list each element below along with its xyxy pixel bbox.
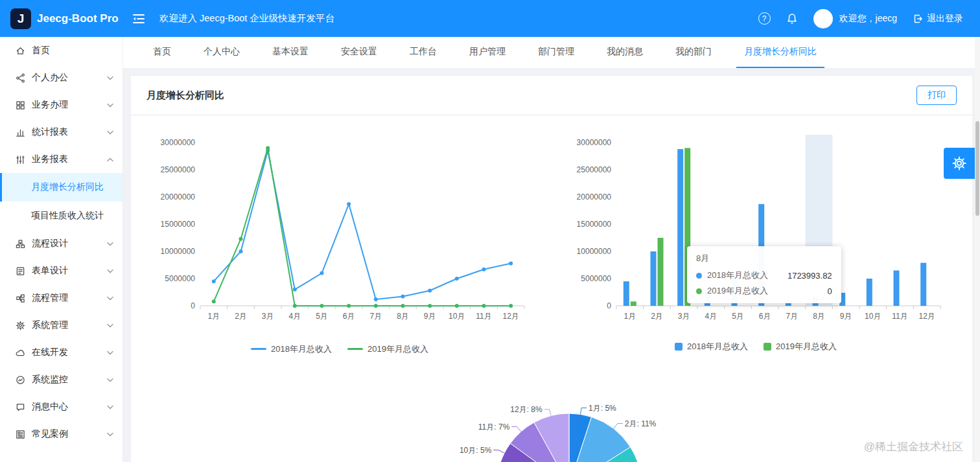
svg-text:7月: 7月 [786,312,798,321]
legend-marker [251,348,266,350]
svg-text:0: 0 [607,301,611,310]
sidebar-item-0[interactable]: 首页 [0,37,122,64]
sidebar-item-label: 在线开发 [32,347,68,358]
svg-text:30000000: 30000000 [577,138,612,147]
cluster-icon [16,239,25,249]
svg-text:9月: 9月 [424,312,436,321]
sidebar-item-11[interactable]: 消息中心 [0,393,122,421]
svg-text:1月: 1月 [207,312,220,321]
svg-text:12月: 12月 [503,312,519,321]
svg-text:30000000: 30000000 [161,138,196,147]
legend-item[interactable]: 2019年月总收入 [764,341,837,352]
line-chart[interactable]: 0500000010000000150000002000000025000000… [139,131,541,355]
print-button[interactable]: 打印 [916,86,957,105]
tab-0[interactable]: 首页 [145,37,179,68]
sidebar-item-8[interactable]: 系统管理 [0,312,122,339]
content-area: 月度增长分析同比 打印 0500000010000000150000002000… [123,68,980,462]
user-menu[interactable]: 欢迎您，jeecg [813,9,897,29]
svg-text:8月: 8月 [397,312,409,321]
pie-chart[interactable]: 1月: 5%2月: 11%10月: 5%11月: 7%12月: 8% [389,398,752,462]
legend-label: 2018年月总收入 [687,341,748,352]
sidebar-item-4[interactable]: 业务报表 [0,146,122,173]
sidebar-subitem-4-0[interactable]: 月度增长分析同比 [0,173,122,202]
tab-4[interactable]: 工作台 [402,37,445,68]
scrollbar-track[interactable] [975,37,980,462]
bar-chart[interactable]: 0500000010000000150000002000000025000000… [555,131,957,355]
chevron-down-icon [107,242,113,246]
svg-text:5月: 5月 [732,312,744,321]
sidebar-item-label: 统计报表 [32,126,68,138]
tab-1[interactable]: 个人中心 [196,37,248,68]
svg-text:5000000: 5000000 [165,274,195,283]
svg-text:20000000: 20000000 [577,192,612,202]
sidebar-item-12[interactable]: 常见案例 [0,421,122,448]
chevron-down-icon [107,432,113,437]
tab-label: 工作台 [410,46,437,58]
chevron-down-icon [107,269,113,273]
tab-5[interactable]: 用户管理 [461,37,513,68]
form-icon [16,266,25,276]
logout-button[interactable]: 退出登录 [913,13,963,25]
chevron-down-icon [107,378,113,382]
sidebar-item-10[interactable]: 系统监控 [0,366,122,393]
sidebar-item-7[interactable]: 流程管理 [0,284,122,312]
flow-icon [16,294,25,303]
tab-label: 月度增长分析同比 [744,46,817,58]
help-icon[interactable]: ? [758,12,771,25]
bell-icon[interactable] [786,13,798,25]
menu-fold-icon[interactable] [132,13,145,25]
chevron-down-icon [107,405,113,410]
tab-label: 个人中心 [204,46,240,58]
sidebar-subitem-4-1[interactable]: 项目性质收入统计 [0,202,122,230]
chevron-up-icon [107,157,113,162]
legend-item[interactable]: 2018年月总收入 [675,341,748,352]
sidebar-item-label: 消息中心 [32,401,68,413]
sidebar-item-9[interactable]: 在线开发 [0,339,122,366]
tab-2[interactable]: 基本设置 [264,37,316,68]
svg-text:11月: 11月 [892,312,907,321]
svg-text:4月: 4月 [288,312,301,321]
svg-text:6月: 6月 [343,312,355,321]
svg-text:10月: 5%: 10月: 5% [460,445,492,454]
logout-icon [913,14,923,24]
tab-7[interactable]: 我的消息 [599,37,651,68]
sidebar-item-5[interactable]: 流程设计 [0,230,122,257]
svg-text:10月: 10月 [449,312,465,321]
legend-item[interactable]: 2019年月总收入 [347,343,428,355]
sidebar-item-1[interactable]: 个人办公 [0,64,122,91]
tab-8[interactable]: 我的部门 [668,37,719,68]
sidebar-item-label: 系统监控 [32,374,68,386]
sidebar-item-3[interactable]: 统计报表 [0,119,122,146]
tab-3[interactable]: 安全设置 [333,37,385,68]
svg-text:3月: 3月 [678,312,690,321]
cloud-icon [16,348,25,358]
svg-text:11月: 7%: 11月: 7% [478,422,510,431]
svg-text:2月: 11%: 2月: 11% [625,419,657,428]
legend-marker [347,348,363,350]
scrollbar-thumb[interactable] [975,121,979,216]
avatar[interactable] [813,9,833,29]
tab-label: 基本设置 [272,46,309,58]
tooltip-value: 0 [813,286,832,296]
theme-settings-button[interactable] [944,148,975,179]
tab-9[interactable]: 月度增长分析同比 [736,37,824,68]
legend-item[interactable]: 2018年月总收入 [251,343,332,355]
tab-label: 部门管理 [538,46,574,58]
home-icon [16,46,25,56]
sidebar-item-label: 表单设计 [32,265,68,277]
tab-6[interactable]: 部门管理 [530,37,582,68]
legend-label: 2019年月总收入 [776,341,837,352]
svg-text:15000000: 15000000 [577,220,612,229]
sliders-icon [16,155,25,165]
message-icon [16,402,25,412]
sidebar-item-6[interactable]: 表单设计 [0,257,122,284]
user-greeting: 欢迎您，jeecg [839,13,897,25]
sidebar-item-2[interactable]: 业务办理 [0,91,122,119]
app-logo[interactable]: J Jeecg-Boot Pro [0,8,123,29]
tab-label: 我的消息 [607,46,643,58]
chevron-down-icon [107,351,113,355]
bar-chart-icon [16,128,25,137]
tooltip-series-name: 2019年月总收入 [707,285,768,297]
svg-text:3月: 3月 [262,312,274,321]
tooltip-row: 2018年月总收入1723993.82 [696,270,832,281]
